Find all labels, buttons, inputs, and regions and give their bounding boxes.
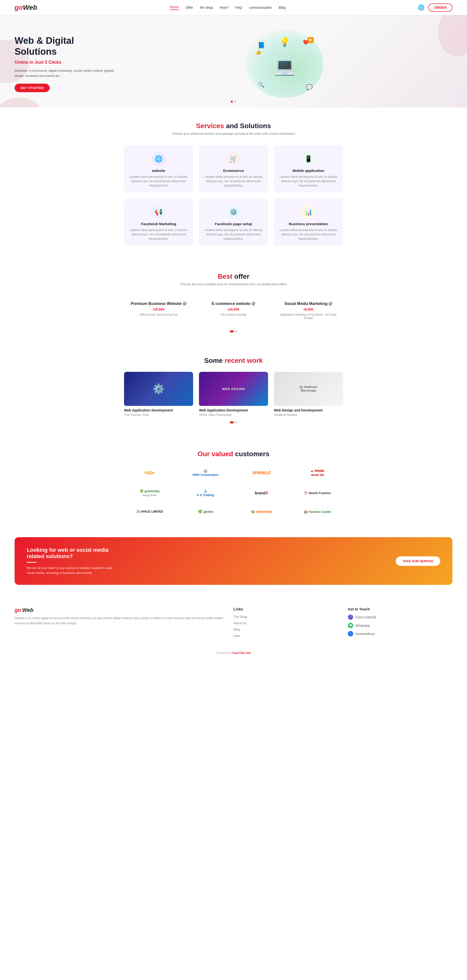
- nav-shop[interactable]: the shop: [200, 6, 213, 10]
- work-dot-1[interactable]: [230, 422, 234, 423]
- best-offer-title: Best offer: [14, 273, 453, 280]
- language-icon[interactable]: 🌐: [418, 5, 424, 11]
- footer-link-about[interactable]: About Us: [234, 621, 246, 625]
- offer-price-3: ৳5,000: [278, 307, 339, 312]
- service-card-facebook-marketing[interactable]: 📢 Facebook Marketing Laudem latine perse…: [124, 199, 193, 246]
- offer-name-1: Premium Business Website @: [128, 302, 189, 306]
- logo-go: go: [14, 4, 23, 11]
- work-title-3: Web Design and Development: [274, 408, 343, 412]
- service-card-facebook-setup[interactable]: ⚙️ Facebook page setup Laudem latine per…: [199, 199, 268, 246]
- nav-faq[interactable]: FAQ: [235, 6, 242, 10]
- cta-banner: Looking for web or social media related …: [14, 537, 453, 585]
- cta-title: Looking for web or social media related …: [27, 547, 119, 560]
- laptop-icon: 💻: [274, 56, 295, 76]
- offer-desc-3: Integrated marketing of Facebook, YouTub…: [278, 313, 339, 320]
- footer-phone: 📞 01612-646204: [348, 614, 453, 620]
- logo-web: Web: [23, 4, 37, 11]
- service-name-mobile: Mobile application: [293, 169, 325, 173]
- work-card-2[interactable]: WEB DESIGN Web Application Development T…: [199, 372, 268, 417]
- work-image-2: WEB DESIGN: [199, 372, 268, 406]
- nav-offer[interactable]: Offer: [186, 6, 193, 10]
- whatsapp-icon: 💬: [348, 623, 353, 628]
- service-desc-business-presentation: Laudem latine persequeris id sed, ex fab…: [279, 228, 338, 241]
- work-grid: ⚙️ Web Application Development Free Yout…: [124, 372, 343, 417]
- logo[interactable]: go Web: [14, 4, 37, 11]
- footer-description: GoWeb is an online digital service provi…: [14, 616, 224, 626]
- take-service-button[interactable]: TAKE OUR SERVICE: [396, 557, 440, 566]
- footer-whatsapp[interactable]: 💬 Whatsapp: [348, 623, 453, 628]
- customers-section: Our valued customers HiDe 🏢HMS Corporati…: [0, 436, 467, 532]
- service-desc-ecommerce: Laudem latine persequeris id sed, ex fab…: [204, 175, 263, 188]
- work-dot-2[interactable]: [235, 422, 237, 423]
- footer-contact-title: Get In Touch: [348, 607, 453, 611]
- hero-dot-2[interactable]: [234, 101, 236, 103]
- work-card-1[interactable]: ⚙️ Web Application Development Free Yout…: [124, 372, 193, 417]
- work-card-3[interactable]: 🏥 HealthcareWeb Design Web Design and De…: [274, 372, 343, 417]
- customer-logo-prime: ▲ PRIMEasset ltd: [292, 465, 343, 480]
- customer-logo-greeninity: 🌿 greeninityenergy drinks: [124, 485, 175, 501]
- hero-content: Web & Digital Solutions Online in Just 3…: [14, 35, 117, 92]
- navbar: go Web Home Offer the shop How? FAQ comm…: [0, 0, 467, 15]
- hero-description: Websites, e-commerce, digital marketing,…: [14, 68, 117, 78]
- footer-link-blog[interactable]: Blog: [234, 628, 240, 631]
- offer-card-1[interactable]: Premium Business Website @ ৳19,500 With …: [124, 296, 193, 326]
- hero-illustration: 💡 💻 📘 ❤️ ▶️ 👍 💬 🔍: [245, 30, 324, 98]
- service-name-website: website: [152, 169, 165, 173]
- work-carousel-dots: [14, 422, 453, 423]
- customer-logo-hide: HiDe: [124, 466, 175, 480]
- nav-how[interactable]: How?: [220, 6, 229, 10]
- facebook-icon: 📘: [258, 42, 265, 49]
- whatsapp-icon: 💬: [306, 84, 312, 91]
- facebook-marketing-icon: 📢: [152, 205, 166, 219]
- footer-link-shop[interactable]: The Shop: [234, 615, 247, 619]
- offer-desc-2: Get started instantly: [203, 313, 264, 317]
- customers-grid: HiDe 🏢HMS Corporation SPARKLE ▲ PRIMEass…: [124, 465, 343, 518]
- footer-contact-col: Get In Touch 📞 01612-646204 💬 Whatsapp f…: [348, 607, 453, 640]
- service-card-ecommerce[interactable]: 🛒 Ecommerce Laudem latine persequeris id…: [199, 145, 268, 192]
- service-card-mobile[interactable]: 📱 Mobile application Laudem latine perse…: [274, 145, 343, 192]
- nav-right: 🌐 ORDER: [418, 3, 453, 12]
- work-image-3: 🏥 HealthcareWeb Design: [274, 372, 343, 406]
- offer-price-1: ৳19,500: [128, 307, 189, 312]
- google-icon: 🔍: [258, 82, 265, 88]
- services-subtitle: Choose your preferred service and packag…: [14, 132, 453, 135]
- footer-logo-go: go: [14, 607, 21, 613]
- work-image-1: ⚙️: [124, 372, 193, 406]
- business-presentation-icon: 📊: [301, 205, 315, 219]
- offers-dot-1[interactable]: [230, 331, 234, 332]
- service-card-business-presentation[interactable]: 📊 Business presentation Laudem latine pe…: [274, 199, 343, 246]
- offer-card-3[interactable]: Social Media Marketing @ ৳5,000 Integrat…: [274, 296, 343, 326]
- footer-phone-text: 01612-646204: [355, 616, 376, 619]
- hero-section: Web & Digital Solutions Online in Just 3…: [0, 15, 467, 108]
- service-card-website[interactable]: 🌐 website Laudem latine persequeris id s…: [124, 145, 193, 192]
- work-label-2: WEB DESIGN: [222, 387, 245, 391]
- customer-logo-brandx: brandX: [236, 487, 287, 499]
- hero-subtitle: Online in Just 3 Clicks: [14, 60, 117, 65]
- footer-link-how[interactable]: How: [234, 634, 240, 638]
- order-button[interactable]: ORDER: [428, 3, 453, 12]
- nav-home[interactable]: Home: [170, 5, 179, 10]
- footer-facebook-text: Gowebofficial: [355, 632, 375, 636]
- offer-card-2[interactable]: E-commerce website @ ৳25,000 Get started…: [199, 296, 268, 326]
- service-desc-website: Laudem latine persequeris id sed, ex fab…: [129, 175, 188, 188]
- cta-divider: [27, 562, 37, 563]
- get-started-button[interactable]: GET STARTED: [14, 84, 49, 92]
- work-sub-1: Free Youtube Tools: [124, 413, 193, 417]
- offers-dot-2[interactable]: [235, 331, 237, 332]
- hero-carousel-dots: [231, 101, 236, 103]
- footer: go Web GoWeb is an online digital servic…: [0, 595, 467, 660]
- nav-blog[interactable]: Blog: [279, 6, 285, 10]
- hero-dot-1[interactable]: [231, 101, 233, 103]
- hero-bg-bottom: [0, 98, 39, 108]
- offer-name-2: E-commerce website @: [203, 302, 264, 306]
- work-title-1: Web Application Development: [124, 408, 193, 412]
- hero-image: 💡 💻 📘 ❤️ ▶️ 👍 💬 🔍: [117, 30, 453, 98]
- footer-logo[interactable]: go Web: [14, 607, 224, 613]
- nav-links: Home Offer the shop How? FAQ communicati…: [170, 5, 285, 10]
- nav-communication[interactable]: communication: [249, 6, 272, 10]
- offers-carousel-dots: [14, 331, 453, 332]
- facebook-setup-icon: ⚙️: [227, 205, 240, 219]
- recent-work-title: Some recent work: [14, 357, 453, 364]
- work-sub-3: Swadesh Hospital: [274, 413, 343, 417]
- footer-facebook[interactable]: f Gowebofficial: [348, 631, 453, 636]
